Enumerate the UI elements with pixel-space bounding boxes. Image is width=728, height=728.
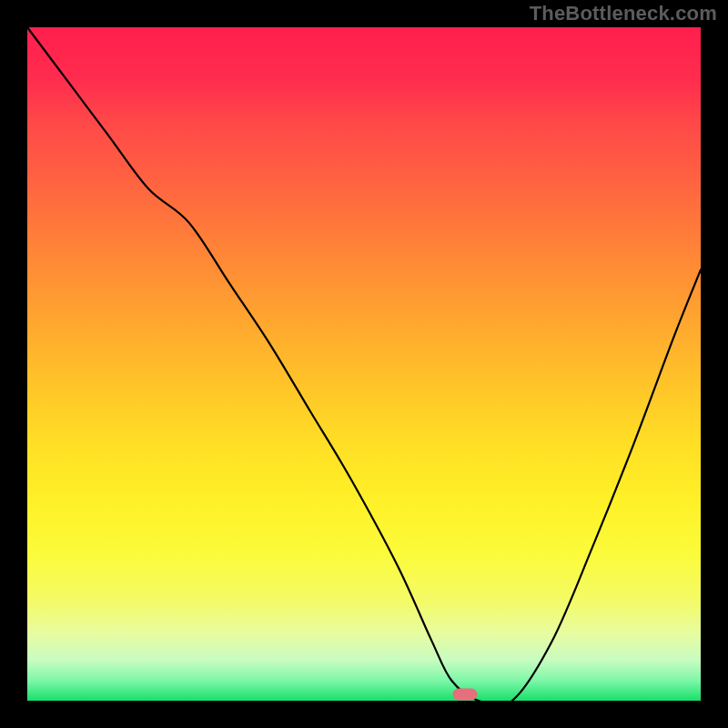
plot-area [27, 27, 701, 701]
bottleneck-curve [27, 27, 701, 701]
optimum-marker [453, 688, 478, 700]
curve-path [27, 27, 701, 706]
chart-container: TheBottleneck.com [0, 0, 728, 728]
watermark-text: TheBottleneck.com [530, 2, 717, 25]
